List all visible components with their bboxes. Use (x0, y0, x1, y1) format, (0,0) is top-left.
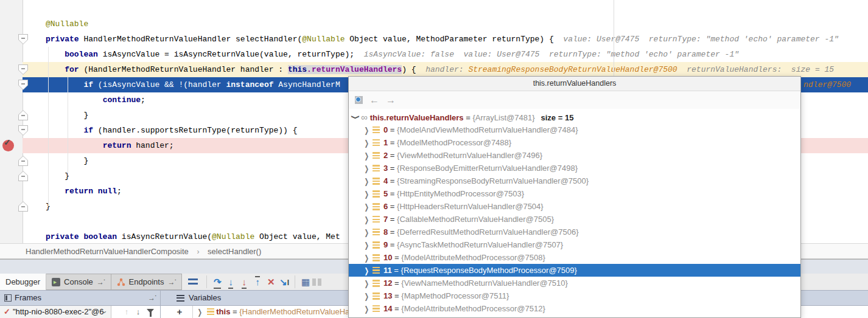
popup-list-item[interactable]: ❯12 = {ViewNameMethodReturnValueHandler@… (349, 277, 800, 289)
popup-tree-root[interactable]: ❯∞this.returnValueHandlers = {ArrayList@… (349, 111, 800, 123)
popup-list-item[interactable]: ❯0 = {ModelAndViewMethodReturnValueHandl… (349, 123, 800, 136)
variable-name: this (216, 307, 230, 316)
frames-panel-title: Frames (15, 291, 41, 305)
expand-chevron-icon[interactable]: ❯ (365, 301, 371, 317)
element-icon (373, 280, 380, 287)
tab-debugger-label: Debugger (5, 277, 40, 286)
step-out-button[interactable]: ↑ (251, 274, 264, 290)
tab-endpoints[interactable]: Endpoints → (111, 274, 183, 290)
popup-list-item[interactable]: ❯5 = {HttpEntityMethodProcessor@7503} (349, 187, 800, 200)
element-icon (373, 305, 380, 313)
settings-menu-icon[interactable] (188, 278, 198, 285)
tab-console[interactable]: Console → (46, 274, 111, 290)
item-value: {MapMethodProcessor@7511} (401, 291, 509, 300)
equals: = (388, 125, 397, 134)
equals: = (388, 164, 397, 173)
popup-list-item[interactable]: ❯13 = {MapMethodProcessor@7511} (349, 289, 800, 302)
variable-value: {HandlerMethodReturnValueHa (239, 307, 349, 316)
fold-start-marker[interactable] (18, 80, 28, 90)
popup-list-item[interactable]: ❯7 = {CallableMethodReturnValueHandler@7… (349, 213, 800, 226)
element-icon (373, 267, 380, 274)
ide-debug-window: @Nullableprivate HandlerMethodReturnValu… (0, 0, 868, 318)
drop-frame-button[interactable]: ✕ (264, 274, 278, 290)
frames-pin-icon[interactable]: → (148, 291, 156, 306)
code-line[interactable]: boolean isAsyncValue = isAsyncReturnValu… (23, 47, 868, 62)
popup-list-item[interactable]: ❯9 = {AsyncTaskMethodReturnValueHandler@… (349, 238, 800, 251)
equals: = (388, 151, 397, 160)
variables-this-row[interactable]: ❯ this = {HandlerMethodReturnValueHa (197, 306, 349, 318)
navigate-back-icon[interactable]: ← (369, 95, 379, 106)
item-index: 12 (383, 278, 392, 288)
fold-end-marker[interactable] (18, 110, 28, 120)
force-step-into-button[interactable]: ↓ (237, 274, 251, 290)
navigate-forward-icon[interactable]: → (386, 95, 396, 106)
item-value: {AsyncTaskMethodReturnValueHandler@7507} (397, 240, 563, 249)
item-value: {ModelMethodProcessor@7488} (397, 138, 511, 147)
thread-selector[interactable]: ✓"http-nio-8080-exec-2"@6 ⌄ (0, 306, 111, 318)
item-value: {HttpEntityMethodProcessor@7503} (397, 189, 524, 198)
run-to-cursor-icon: ↘ (279, 277, 287, 287)
field-icon (207, 308, 214, 316)
step-over-button[interactable]: ↷ (211, 274, 224, 290)
fold-start-marker[interactable] (18, 64, 28, 75)
indent-guide (68, 77, 68, 176)
breakpoint-icon[interactable]: ✓ (2, 140, 14, 151)
code-line[interactable]: @Nullable (23, 16, 868, 32)
variables-panel-icon (177, 295, 184, 302)
tab-debugger[interactable]: Debugger (0, 274, 46, 290)
item-index: 11 (383, 266, 392, 275)
popup-list-item[interactable]: ❯4 = {StreamingResponseBodyReturnValueHa… (349, 175, 800, 187)
popup-list-item[interactable]: ❯11 = {RequestResponseBodyMethodProcesso… (349, 264, 800, 277)
fold-end-marker[interactable] (18, 156, 28, 166)
step-into-button[interactable]: ↓ (224, 274, 237, 290)
fold-start-marker[interactable] (18, 34, 28, 44)
equals: = (392, 253, 401, 262)
frame-down-button[interactable]: ↓ (133, 306, 144, 318)
toolbar-separator (192, 306, 193, 318)
root-name: this.returnValueHandlers (370, 113, 464, 122)
popup-list-item[interactable]: ❯2 = {ViewMethodReturnValueHandler@7496} (349, 149, 800, 162)
popup-list-item[interactable]: ❯3 = {ResponseBodyEmitterReturnValueHand… (349, 162, 800, 175)
expand-chevron-icon[interactable]: ❯ (197, 305, 202, 318)
fold-end-marker[interactable] (18, 171, 28, 181)
new-watch-button[interactable]: + (174, 306, 185, 318)
element-icon (373, 190, 380, 198)
item-value: {StreamingResponseBodyReturnValueHandler… (397, 176, 589, 185)
console-icon (52, 278, 60, 286)
popup-list-item[interactable]: ❯8 = {DeferredResultMethodReturnValueHan… (349, 226, 800, 238)
frame-up-button[interactable]: ↑ (121, 306, 132, 318)
popup-list-item[interactable]: ❯10 = {ModelAttributeMethodProcessor@750… (349, 251, 800, 264)
equals: = (388, 227, 397, 237)
fold-start-marker[interactable] (18, 125, 28, 136)
item-value: {DeferredResultMethodReturnValueHandler@… (397, 227, 578, 237)
code-line[interactable]: private HandlerMethodReturnValueHandler … (23, 32, 868, 47)
breadcrumb-class[interactable]: HandlerMethodReturnValueHandlerComposite (26, 244, 189, 259)
breadcrumb-method[interactable]: selectHandler() (208, 244, 261, 259)
fold-end-marker[interactable] (18, 201, 28, 212)
debugger-value-popup[interactable]: this.returnValueHandlers ← → ❯∞this.retu… (348, 76, 801, 318)
external-arrow-icon: → (167, 278, 176, 286)
element-icon (373, 165, 380, 172)
popup-list-item[interactable]: ❯14 = {ModelAttributeMethodProcessor@751… (349, 302, 800, 315)
item-value: {ViewNameMethodReturnValueHandler@7510} (401, 278, 568, 288)
element-icon (373, 203, 380, 210)
inspect-node-icon[interactable] (355, 96, 363, 104)
evaluate-expression-button[interactable]: ▦ (299, 274, 312, 290)
element-icon (373, 254, 380, 261)
thread-filter-icon[interactable] (147, 309, 154, 313)
layout-settings-icon[interactable] (312, 278, 322, 286)
collapse-chevron-icon[interactable]: ❯ (348, 115, 364, 122)
popup-list-item[interactable]: ❯1 = {ModelMethodProcessor@7488} (349, 136, 800, 149)
thread-active-check-icon: ✓ (4, 307, 10, 316)
popup-tree: ❯∞this.returnValueHandlers = {ArrayList@… (349, 109, 800, 315)
code-line[interactable]: for (HandlerMethodReturnValueHandler han… (23, 62, 868, 77)
element-icon (373, 241, 380, 249)
item-index: 14 (383, 304, 392, 313)
popup-list-item[interactable]: ❯6 = {HttpHeadersReturnValueHandler@7504… (349, 200, 800, 213)
panel-divider[interactable] (160, 290, 161, 318)
breakpoint-verified-check: ✓ (4, 137, 11, 147)
tab-console-label: Console (64, 277, 93, 286)
run-to-cursor-button[interactable]: ↘I (278, 274, 291, 290)
drop-frame-icon: ✕ (267, 277, 275, 287)
element-icon (373, 139, 380, 147)
